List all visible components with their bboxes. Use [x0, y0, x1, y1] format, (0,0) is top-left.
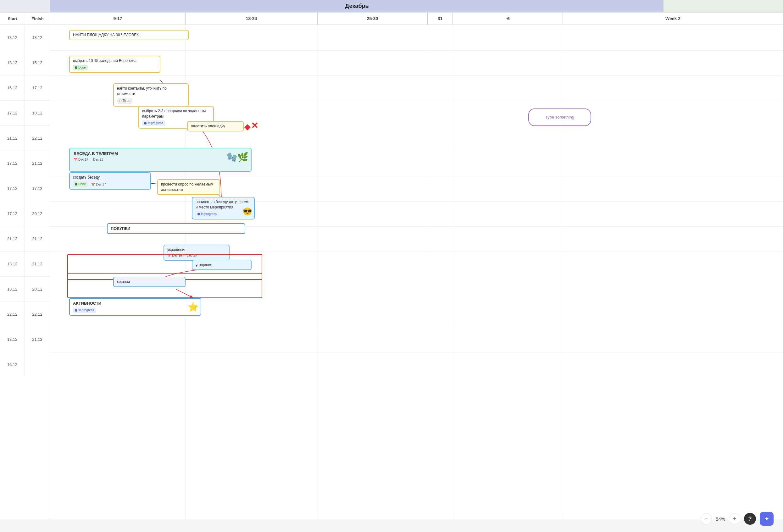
table-row: 21.12 21.12: [0, 226, 50, 252]
finish-cell: 20.12: [25, 277, 50, 302]
header-left: [0, 0, 50, 12]
task-select-venues[interactable]: выбрать 10-15 заведений Воронежа Done: [69, 56, 160, 73]
table-row: 22.12 22.12: [0, 302, 50, 327]
table-row: 16.12: [0, 352, 50, 377]
done-badge: Done: [73, 65, 88, 70]
gantt-body: 13.12 18.12 13.12 15.12 16.12 17.12 17.1…: [0, 25, 783, 520]
col-divider: [563, 25, 563, 520]
start-cell: 17.12: [0, 151, 25, 176]
calendar-icon3: 📅: [167, 253, 171, 258]
start-cell: 21.12: [0, 126, 25, 151]
finish-cell: 21.12: [25, 252, 50, 276]
inprogress-badge3: In progress: [73, 308, 96, 313]
start-cell: 16.12: [0, 352, 25, 377]
inprogress-badge2: In progress: [196, 211, 219, 217]
row-divider: [50, 352, 783, 352]
type-something-card[interactable]: Type something: [528, 108, 591, 126]
table-row: 17.12 20.12: [0, 201, 50, 226]
col-917-header: 9-17: [50, 12, 186, 25]
col-2530-header: 25-30: [318, 12, 428, 25]
start-cell: 22.12: [0, 302, 25, 327]
row-divider: [50, 75, 783, 76]
zoom-out-button[interactable]: −: [700, 513, 712, 525]
table-row: 17.12 21.12: [0, 151, 50, 176]
col-start-header: Start: [0, 12, 25, 25]
start-cell: 13.12: [0, 252, 25, 276]
task-find-contacts[interactable]: найти контакты, уточнить по стоимости To…: [113, 83, 189, 106]
row-divider: [50, 201, 783, 201]
calendar-icon: 📅: [73, 158, 77, 162]
col-neg6-header: -6: [453, 12, 563, 25]
col-31-header: 31: [428, 12, 453, 25]
red-x-marker: ✕: [251, 121, 258, 130]
star-emoji: ⭐: [188, 301, 199, 313]
calendar-icon2: 📅: [91, 182, 95, 187]
help-button[interactable]: ?: [744, 513, 756, 525]
inprogress-badge: In progress: [142, 120, 165, 126]
start-cell: 17.12: [0, 176, 25, 201]
row-divider: [50, 252, 783, 252]
magic-button[interactable]: ✦: [760, 512, 774, 526]
finish-cell: 21.12: [25, 226, 50, 251]
start-cell: 17.12: [0, 201, 25, 226]
finish-cell: 17.12: [25, 176, 50, 201]
task-survey[interactable]: провести опрос по желаемым активностям: [157, 179, 220, 195]
col-finish-header: Finish: [25, 12, 50, 25]
decorations-date-badge: 📅 Dec 18 — Dec 20: [167, 253, 197, 258]
finish-cell: 21.12: [25, 327, 50, 352]
finish-cell: 18.12: [25, 101, 50, 125]
start-cell: 17.12: [0, 101, 25, 125]
chat-emoji: 🧤🌿: [226, 151, 248, 163]
done-badge2: Done: [73, 181, 88, 187]
task-pay-venue[interactable]: оплатить площадку: [187, 121, 244, 131]
task-write-details[interactable]: написать в беседу дату, время и место ме…: [192, 197, 255, 219]
table-row: 17.12 18.12: [0, 101, 50, 126]
finish-cell: 22.12: [25, 302, 50, 327]
finish-cell: 22.12: [25, 126, 50, 151]
green-dot2: [75, 183, 77, 186]
todo-dot: [119, 100, 122, 102]
table-row: 13.12 15.12: [0, 50, 50, 75]
table-row: 18.12 20.12: [0, 277, 50, 302]
table-row: 13.12 21.12: [0, 252, 50, 277]
bottom-toolbar: − 54% + ? ✦: [700, 512, 774, 526]
subheader-row: Start Finish 9-17 18-24 25-30 31 -6 Week…: [0, 12, 783, 25]
col-divider: [318, 25, 318, 520]
col-divider: [453, 25, 453, 520]
chat-date-badge: 📅 Dec 17 — Dec 21: [73, 158, 103, 162]
row-divider: [50, 176, 783, 177]
blue-dot3: [75, 309, 77, 312]
finish-cell: [25, 352, 50, 377]
task-treats[interactable]: угощения: [192, 260, 252, 270]
start-cell: 13.12: [0, 50, 25, 75]
blue-dot2: [197, 213, 200, 215]
green-dot: [75, 66, 77, 69]
start-cell: 13.12: [0, 327, 25, 352]
zoom-in-button[interactable]: +: [729, 513, 740, 525]
finish-cell: 18.12: [25, 25, 50, 50]
start-cell: 16.12: [0, 75, 25, 100]
col-week2-header: Week 2: [563, 12, 783, 25]
table-row: 13.12 18.12: [0, 25, 50, 50]
task-decorations[interactable]: украшения 📅 Dec 18 — Dec 20: [163, 245, 229, 261]
table-row: 21.12 22.12: [0, 126, 50, 151]
create-date-badge: 📅 Dec 17: [91, 182, 106, 187]
task-costume[interactable]: костюм: [113, 277, 186, 287]
header-week2: [663, 0, 783, 12]
gantt-left-panel: 13.12 18.12 13.12 15.12 16.12 17.12 17.1…: [0, 25, 50, 520]
diamond-marker: [244, 124, 251, 130]
task-purchases[interactable]: ПОКУПКИ: [107, 223, 245, 234]
task-activities[interactable]: АКТИВНОСТИ In progress ⭐: [69, 298, 201, 316]
col-1824-header: 18-24: [186, 12, 318, 25]
task-find-venue[interactable]: НАЙТИ ПЛОЩАДКУ НА 30 ЧЕЛОВЕК: [69, 30, 189, 40]
todo-badge: To do: [117, 98, 132, 104]
table-row: 16.12 17.12: [0, 75, 50, 101]
finish-cell: 21.12: [25, 151, 50, 176]
start-cell: 21.12: [0, 226, 25, 251]
row-divider: [50, 50, 783, 51]
header-month: Декабрь: [50, 0, 663, 12]
table-row: 17.12 17.12: [0, 176, 50, 201]
task-create-chat[interactable]: создать беседу Done 📅 Dec 17: [69, 172, 151, 190]
finish-cell: 17.12: [25, 75, 50, 100]
task-telegram-chat[interactable]: БЕСЕДА В ТЕЛЕГРАМ 📅 Dec 17 — Dec 21 🧤🌿: [69, 148, 252, 172]
